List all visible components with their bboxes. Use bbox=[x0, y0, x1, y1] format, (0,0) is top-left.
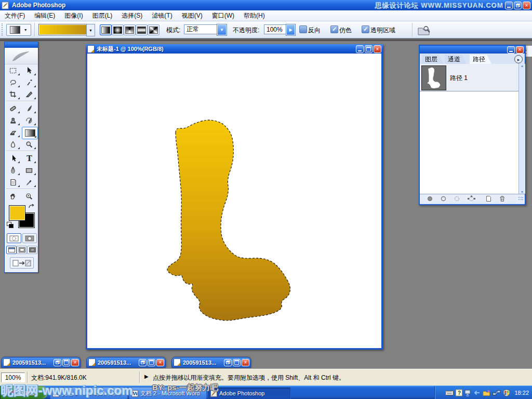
reverse-checkbox[interactable] bbox=[299, 25, 307, 33]
new-path-button[interactable] bbox=[485, 195, 492, 202]
opacity-slider-button[interactable]: ▶ bbox=[286, 24, 295, 35]
blur-tool[interactable] bbox=[6, 139, 21, 150]
rectangular-marquee-tool[interactable] bbox=[6, 65, 21, 76]
panel-close-button[interactable]: × bbox=[516, 46, 524, 54]
load-path-as-selection-button[interactable] bbox=[454, 195, 460, 202]
help-icon[interactable]: ? bbox=[456, 389, 462, 396]
tab-layers[interactable]: 图层 bbox=[422, 55, 444, 64]
panel-titlebar[interactable]: × bbox=[420, 46, 525, 54]
gradient-picker-arrow[interactable]: ▼ bbox=[86, 24, 95, 36]
make-work-path-button[interactable] bbox=[467, 195, 476, 202]
stroke-path-button[interactable] bbox=[440, 195, 447, 202]
shape-tool[interactable] bbox=[22, 165, 37, 176]
back-arrow-icon[interactable] bbox=[473, 389, 481, 396]
magic-wand-tool[interactable] bbox=[22, 77, 37, 88]
menu-view[interactable]: 视图(V) bbox=[177, 10, 207, 21]
diamond-gradient-button[interactable] bbox=[148, 24, 159, 35]
menu-select[interactable]: 选择(S) bbox=[117, 10, 147, 21]
fullscreen-mode-button[interactable] bbox=[27, 246, 37, 254]
taskbar-clock[interactable]: 18:22 bbox=[514, 390, 529, 396]
angle-gradient-button[interactable] bbox=[124, 24, 136, 35]
scroll-up-icon[interactable]: ▲ bbox=[521, 64, 524, 68]
type-tool[interactable]: T bbox=[22, 153, 37, 164]
healing-brush-tool[interactable] bbox=[6, 103, 21, 114]
min-close-button[interactable]: × bbox=[71, 359, 79, 366]
slice-tool[interactable] bbox=[22, 89, 37, 100]
default-colors-icon[interactable] bbox=[7, 222, 14, 228]
dodge-tool[interactable] bbox=[22, 139, 37, 150]
transparency-checkbox[interactable]: ✓ bbox=[362, 25, 369, 33]
document-size-info[interactable]: 文档:941.9K/816.0K bbox=[31, 374, 87, 382]
history-brush-tool[interactable] bbox=[22, 115, 37, 126]
dither-checkbox[interactable]: ✓ bbox=[330, 25, 338, 33]
hand-tool[interactable] bbox=[6, 191, 21, 202]
min-close-button[interactable]: × bbox=[156, 359, 164, 366]
clone-stamp-tool[interactable] bbox=[6, 115, 21, 126]
restore-button[interactable] bbox=[514, 2, 522, 9]
panel-minimize-button[interactable] bbox=[507, 46, 515, 54]
opacity-input[interactable]: 100% bbox=[264, 24, 289, 34]
standard-screen-mode-button[interactable] bbox=[6, 246, 17, 254]
notes-tool[interactable] bbox=[6, 177, 21, 188]
min-restore-button[interactable] bbox=[224, 359, 232, 366]
menu-window[interactable]: 窗口(W) bbox=[207, 10, 239, 21]
min-restore-button[interactable] bbox=[54, 359, 61, 366]
menu-edit[interactable]: 编辑(E) bbox=[30, 10, 60, 21]
fill-path-button[interactable] bbox=[427, 195, 433, 202]
edit-in-imageready-button[interactable] bbox=[10, 257, 34, 269]
menu-image[interactable]: 图像(I) bbox=[60, 10, 87, 21]
path-selection-tool[interactable] bbox=[6, 153, 21, 164]
path-row[interactable]: 路径 1 bbox=[420, 64, 518, 91]
file-browser-icon[interactable] bbox=[417, 24, 431, 36]
tool-preset-picker[interactable]: ▼ bbox=[6, 24, 31, 36]
min-close-button[interactable]: × bbox=[242, 359, 249, 366]
options-grip[interactable] bbox=[2, 23, 3, 36]
tab-channels[interactable]: 通道 bbox=[445, 55, 467, 64]
path-thumbnail[interactable] bbox=[421, 65, 446, 90]
standard-mode-button[interactable] bbox=[7, 233, 21, 243]
doc-minimize-button[interactable] bbox=[356, 45, 364, 53]
menu-filter[interactable]: 滤镜(T) bbox=[147, 10, 177, 21]
keyboard-icon[interactable] bbox=[445, 389, 454, 396]
display-settings-icon[interactable] bbox=[464, 389, 471, 396]
quick-mask-mode-button[interactable] bbox=[22, 233, 37, 243]
scroll-down-icon[interactable]: ▼ bbox=[521, 190, 524, 194]
doc-close-button[interactable]: × bbox=[374, 45, 381, 53]
delete-path-button[interactable] bbox=[499, 195, 506, 202]
panel-scrollbar[interactable]: ▲ ▼ bbox=[518, 64, 525, 194]
minimized-document-2[interactable]: 200591513... × bbox=[86, 357, 166, 368]
panel-resize-grip[interactable] bbox=[518, 196, 523, 202]
panel-menu-button[interactable]: ▶ bbox=[514, 55, 523, 63]
swap-colors-icon[interactable] bbox=[28, 203, 36, 210]
eyedropper-tool[interactable] bbox=[22, 177, 37, 188]
pen-tool[interactable] bbox=[6, 165, 21, 176]
min-restore-button[interactable] bbox=[139, 359, 147, 366]
radial-gradient-button[interactable] bbox=[112, 24, 124, 35]
toolbox-titlebar[interactable] bbox=[5, 42, 38, 48]
canvas[interactable] bbox=[87, 54, 381, 348]
gradient-tool-selected[interactable] bbox=[22, 127, 38, 139]
blend-mode-dropdown-button[interactable]: ▼ bbox=[217, 24, 227, 35]
gradient-preview[interactable] bbox=[38, 24, 87, 35]
security-shield-icon[interactable] bbox=[503, 389, 510, 396]
shared-folder-icon[interactable] bbox=[483, 389, 490, 396]
status-expand-icon[interactable]: ▶ bbox=[144, 374, 149, 379]
network-icon[interactable] bbox=[493, 389, 501, 396]
task-photoshop[interactable]: Adobe Photoshop bbox=[208, 387, 291, 399]
lasso-tool[interactable] bbox=[6, 77, 21, 88]
document-titlebar[interactable]: 未标题-1 @ 100%(RGB/8) × bbox=[86, 44, 383, 54]
menu-layer[interactable]: 图层(L) bbox=[88, 10, 117, 21]
tab-paths[interactable]: 路径 bbox=[470, 55, 491, 64]
fullscreen-menubar-mode-button[interactable] bbox=[17, 246, 27, 254]
foreground-color-swatch[interactable] bbox=[9, 205, 25, 221]
linear-gradient-button[interactable] bbox=[100, 24, 112, 35]
crop-tool[interactable] bbox=[6, 89, 21, 100]
min-maximize-button[interactable] bbox=[233, 359, 241, 366]
close-button[interactable]: × bbox=[523, 2, 530, 9]
brush-tool[interactable] bbox=[22, 103, 37, 114]
zoom-level-field[interactable]: 100% bbox=[1, 373, 25, 382]
doc-maximize-button[interactable] bbox=[365, 45, 373, 53]
menu-file[interactable]: 文件(F) bbox=[0, 10, 30, 21]
minimized-document-3[interactable]: 200591513... × bbox=[171, 357, 251, 368]
eraser-tool[interactable] bbox=[6, 127, 21, 138]
